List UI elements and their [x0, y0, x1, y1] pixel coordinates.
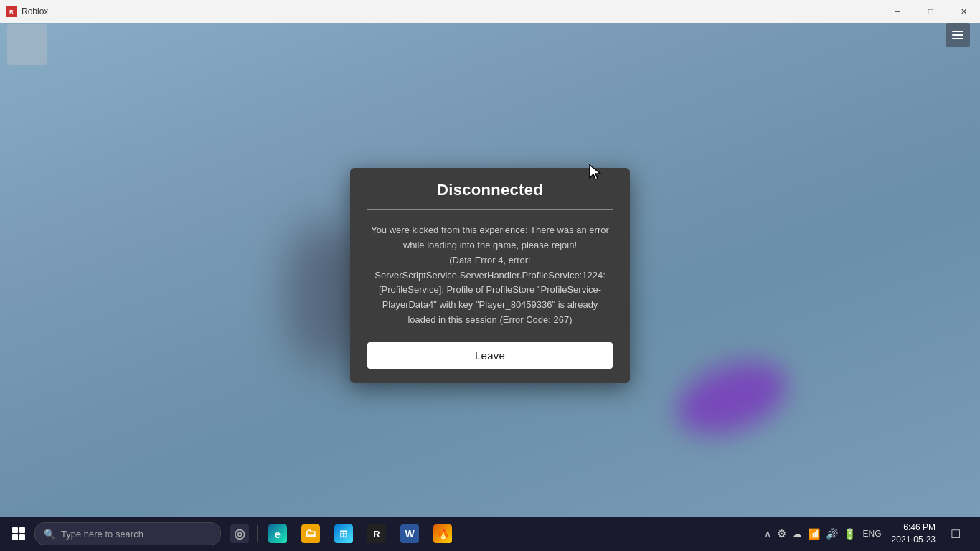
- word-icon: W: [400, 524, 419, 543]
- store-app[interactable]: ⊞: [328, 517, 359, 551]
- windows-icon: [12, 527, 25, 540]
- dialog-body: You were kicked from this experience: Th…: [350, 210, 630, 342]
- onedrive-icon[interactable]: ☁: [792, 528, 802, 540]
- taskbar-right: ∧ ⚙ ☁ 📶 🔊 🔋 ENG 6:46 PM 2021-05-23 ☐: [758, 517, 977, 551]
- dialog-footer: Leave: [350, 342, 630, 383]
- store-icon: ⊞: [334, 524, 353, 543]
- language-indicator[interactable]: ENG: [863, 529, 882, 539]
- edge-icon: e: [268, 524, 287, 543]
- taskbar: 🔍 Type here to search ◎ e 🗂 ⊞ R W 🔥: [0, 517, 980, 551]
- search-icon: 🔍: [44, 529, 55, 540]
- search-placeholder: Type here to search: [61, 529, 143, 540]
- taskbar-apps: e 🗂 ⊞ R W 🔥: [262, 517, 458, 551]
- taskbar-app-7-icon: 🔥: [433, 524, 452, 543]
- disconnect-dialog: Disconnected You were kicked from this e…: [350, 168, 630, 383]
- taskbar-app-7[interactable]: 🔥: [427, 517, 458, 551]
- edge-app[interactable]: e: [262, 517, 293, 551]
- network-icon[interactable]: 📶: [808, 528, 820, 540]
- dialog-title: Disconnected: [437, 181, 543, 199]
- taskbar-clock[interactable]: 6:46 PM 2021-05-23: [892, 522, 936, 546]
- steam-icon[interactable]: ⚙: [777, 527, 786, 540]
- file-explorer-app[interactable]: 🗂: [295, 517, 326, 551]
- tray-icons: ∧ ⚙ ☁ 📶 🔊 🔋: [764, 527, 856, 540]
- modal-overlay: Disconnected You were kicked from this e…: [0, 0, 980, 551]
- start-button[interactable]: [3, 517, 34, 551]
- taskbar-search[interactable]: 🔍 Type here to search: [34, 522, 221, 545]
- clock-time: 6:46 PM: [892, 522, 936, 534]
- dialog-header: Disconnected: [350, 168, 630, 209]
- dialog-message: You were kicked from this experience: Th…: [367, 223, 613, 328]
- cortana-button[interactable]: ◎: [224, 517, 255, 551]
- word-app[interactable]: W: [394, 517, 425, 551]
- show-hidden-icon[interactable]: ∧: [764, 528, 771, 540]
- notification-icon: ☐: [951, 527, 961, 541]
- notification-button[interactable]: ☐: [940, 517, 971, 551]
- roblox-app[interactable]: R: [361, 517, 392, 551]
- roblox-icon: R: [367, 524, 386, 543]
- file-explorer-icon: 🗂: [301, 524, 320, 543]
- battery-icon[interactable]: 🔋: [844, 528, 856, 540]
- volume-icon[interactable]: 🔊: [826, 528, 838, 540]
- leave-button[interactable]: Leave: [367, 342, 613, 369]
- clock-date: 2021-05-23: [892, 534, 936, 546]
- taskbar-divider: [257, 525, 258, 542]
- cortana-icon: ◎: [230, 524, 249, 543]
